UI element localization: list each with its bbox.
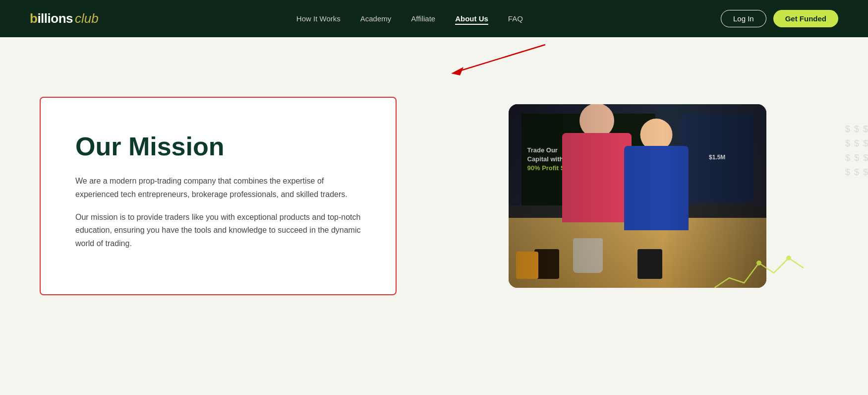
- dollar-7: $: [845, 153, 850, 163]
- nav-item-affiliate[interactable]: Affiliate: [411, 14, 435, 23]
- person-blue: [617, 119, 696, 248]
- nav-item-academy[interactable]: Academy: [360, 14, 392, 23]
- svg-marker-1: [451, 67, 463, 75]
- dollar-5: $: [854, 138, 859, 149]
- amount-display: $1.5M: [709, 154, 725, 161]
- nav-link-affiliate[interactable]: Affiliate: [411, 14, 435, 23]
- juice: [516, 252, 538, 279]
- main-content: Our Mission We are a modern prop-trading…: [0, 82, 868, 325]
- dollar-3: $: [863, 124, 868, 134]
- login-button[interactable]: Log In: [721, 10, 766, 27]
- logo[interactable]: billions club: [30, 11, 99, 26]
- dollar-12: $: [863, 167, 868, 178]
- nav-link-academy[interactable]: Academy: [360, 14, 392, 23]
- chart-decoration: [714, 248, 804, 298]
- mission-title: Our Mission: [75, 132, 361, 161]
- dollar-11: $: [854, 167, 859, 178]
- navbar: billions club How It Works Academy Affil…: [0, 0, 868, 37]
- dollar-2: $: [854, 124, 859, 134]
- person-blue-body: [624, 146, 689, 230]
- glass-1: [573, 238, 603, 273]
- dollar-9: $: [863, 153, 868, 163]
- dollar-4: $: [845, 138, 850, 149]
- dollar-decoration: $ $ $ $ $ $ $ $ $ $ $ $: [845, 124, 868, 178]
- mission-paragraph-2: Our mission is to provide traders like y…: [75, 211, 361, 250]
- mission-card: Our Mission We are a modern prop-trading…: [40, 97, 397, 295]
- svg-point-3: [786, 256, 791, 261]
- annotation-arrow-container: [0, 37, 868, 82]
- logo-club: club: [75, 11, 99, 26]
- svg-point-2: [756, 261, 761, 265]
- annotation-arrow: [426, 40, 555, 79]
- mug-2: [637, 249, 662, 279]
- nav-link-how-it-works[interactable]: How It Works: [296, 14, 341, 23]
- dollar-6: $: [863, 138, 868, 149]
- nav-link-faq[interactable]: FAQ: [508, 14, 523, 23]
- mission-paragraph-1: We are a modern prop-trading company tha…: [75, 175, 361, 201]
- dollar-10: $: [845, 167, 850, 178]
- logo-text: billions: [30, 11, 73, 26]
- nav-item-faq[interactable]: FAQ: [508, 14, 523, 23]
- nav-links: How It Works Academy Affiliate About Us …: [296, 14, 523, 23]
- nav-actions: Log In Get Funded: [721, 10, 838, 27]
- right-section: $ $ $ $ $ $ $ $ $ $ $ $ Trade OurC: [446, 104, 828, 288]
- logo-b: b: [30, 11, 37, 26]
- dollar-1: $: [845, 124, 850, 134]
- dollar-8: $: [854, 153, 859, 163]
- svg-line-0: [456, 45, 545, 72]
- nav-link-about-us[interactable]: About Us: [455, 14, 488, 25]
- get-funded-button[interactable]: Get Funded: [773, 10, 838, 27]
- nav-item-how-it-works[interactable]: How It Works: [296, 14, 341, 23]
- nav-item-about-us[interactable]: About Us: [455, 14, 488, 23]
